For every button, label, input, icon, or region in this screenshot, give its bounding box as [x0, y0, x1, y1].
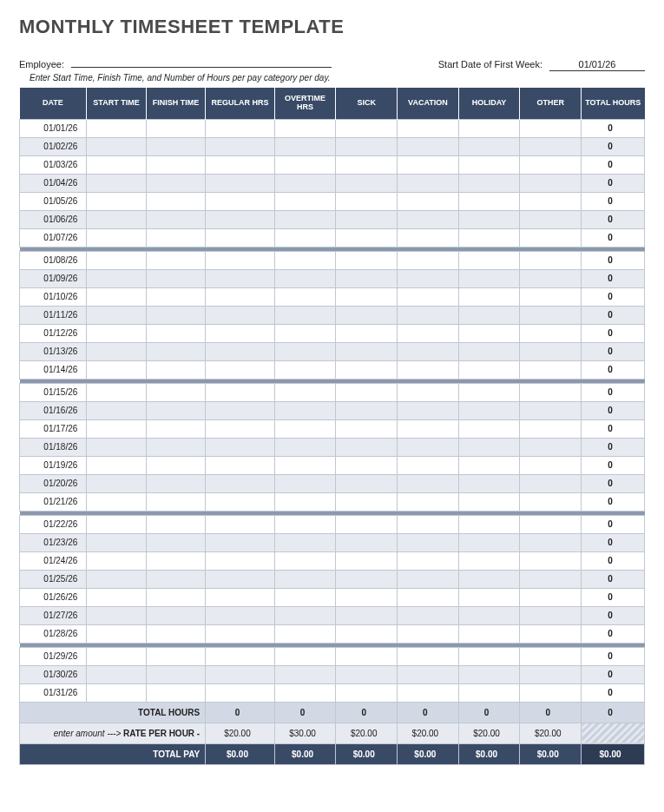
regular-hrs-cell[interactable]: [206, 533, 275, 551]
vacation-cell[interactable]: [398, 492, 459, 511]
other-cell[interactable]: [520, 419, 582, 438]
vacation-cell[interactable]: [398, 324, 459, 342]
vacation-cell[interactable]: [398, 360, 459, 379]
vacation-cell[interactable]: [398, 383, 459, 401]
start-time-cell[interactable]: [87, 324, 146, 342]
regular-hrs-cell[interactable]: [206, 588, 275, 606]
regular-hrs-cell[interactable]: [206, 419, 275, 438]
other-cell[interactable]: [520, 192, 582, 210]
holiday-cell[interactable]: [458, 551, 520, 570]
employee-input-line[interactable]: [71, 57, 332, 68]
finish-time-cell[interactable]: [146, 155, 205, 174]
vacation-cell[interactable]: [398, 515, 459, 533]
regular-hrs-cell[interactable]: [206, 438, 275, 456]
holiday-cell[interactable]: [458, 683, 520, 702]
overtime-hrs-cell[interactable]: [274, 588, 336, 606]
holiday-cell[interactable]: [458, 269, 520, 287]
overtime-hrs-cell[interactable]: [274, 474, 336, 492]
holiday-cell[interactable]: [458, 515, 520, 533]
overtime-hrs-cell[interactable]: [274, 533, 336, 551]
other-cell[interactable]: [520, 551, 582, 570]
finish-time-cell[interactable]: [146, 606, 205, 624]
vacation-cell[interactable]: [398, 419, 459, 438]
other-cell[interactable]: [520, 119, 582, 137]
start-time-cell[interactable]: [87, 155, 146, 174]
start-time-cell[interactable]: [87, 647, 146, 665]
sick-cell[interactable]: [336, 570, 398, 588]
start-time-cell[interactable]: [87, 474, 146, 492]
regular-hrs-cell[interactable]: [206, 474, 275, 492]
finish-time-cell[interactable]: [146, 438, 205, 456]
regular-hrs-cell[interactable]: [206, 228, 275, 247]
finish-time-cell[interactable]: [146, 665, 205, 683]
sick-cell[interactable]: [336, 324, 398, 342]
sick-cell[interactable]: [336, 342, 398, 360]
start-time-cell[interactable]: [87, 383, 146, 401]
holiday-cell[interactable]: [458, 492, 520, 511]
finish-time-cell[interactable]: [146, 419, 205, 438]
holiday-cell[interactable]: [458, 342, 520, 360]
overtime-hrs-cell[interactable]: [274, 606, 336, 624]
other-cell[interactable]: [520, 474, 582, 492]
vacation-cell[interactable]: [398, 606, 459, 624]
holiday-cell[interactable]: [458, 383, 520, 401]
holiday-cell[interactable]: [458, 155, 520, 174]
sick-cell[interactable]: [336, 665, 398, 683]
overtime-hrs-cell[interactable]: [274, 570, 336, 588]
overtime-hrs-cell[interactable]: [274, 251, 336, 269]
finish-time-cell[interactable]: [146, 474, 205, 492]
regular-hrs-cell[interactable]: [206, 492, 275, 511]
sick-cell[interactable]: [336, 251, 398, 269]
start-time-cell[interactable]: [87, 228, 146, 247]
vacation-cell[interactable]: [398, 137, 459, 155]
regular-hrs-cell[interactable]: [206, 155, 275, 174]
overtime-hrs-cell[interactable]: [274, 515, 336, 533]
holiday-cell[interactable]: [458, 474, 520, 492]
other-cell[interactable]: [520, 624, 582, 643]
start-time-cell[interactable]: [87, 492, 146, 511]
sick-cell[interactable]: [336, 683, 398, 702]
vacation-cell[interactable]: [398, 287, 459, 306]
start-time-cell[interactable]: [87, 588, 146, 606]
sick-cell[interactable]: [336, 306, 398, 324]
overtime-hrs-cell[interactable]: [274, 624, 336, 643]
start-time-cell[interactable]: [87, 533, 146, 551]
holiday-cell[interactable]: [458, 137, 520, 155]
regular-hrs-cell[interactable]: [206, 174, 275, 192]
start-time-cell[interactable]: [87, 269, 146, 287]
sick-cell[interactable]: [336, 269, 398, 287]
finish-time-cell[interactable]: [146, 119, 205, 137]
overtime-hrs-cell[interactable]: [274, 192, 336, 210]
overtime-hrs-cell[interactable]: [274, 137, 336, 155]
holiday-cell[interactable]: [458, 438, 520, 456]
other-cell[interactable]: [520, 401, 582, 419]
other-cell[interactable]: [520, 137, 582, 155]
other-cell[interactable]: [520, 287, 582, 306]
regular-hrs-cell[interactable]: [206, 515, 275, 533]
vacation-cell[interactable]: [398, 269, 459, 287]
start-time-cell[interactable]: [87, 515, 146, 533]
overtime-hrs-cell[interactable]: [274, 342, 336, 360]
rate-overtime[interactable]: $30.00: [274, 723, 336, 743]
other-cell[interactable]: [520, 155, 582, 174]
finish-time-cell[interactable]: [146, 515, 205, 533]
overtime-hrs-cell[interactable]: [274, 155, 336, 174]
start-time-cell[interactable]: [87, 551, 146, 570]
start-time-cell[interactable]: [87, 137, 146, 155]
sick-cell[interactable]: [336, 137, 398, 155]
finish-time-cell[interactable]: [146, 533, 205, 551]
finish-time-cell[interactable]: [146, 269, 205, 287]
overtime-hrs-cell[interactable]: [274, 665, 336, 683]
finish-time-cell[interactable]: [146, 551, 205, 570]
overtime-hrs-cell[interactable]: [274, 647, 336, 665]
other-cell[interactable]: [520, 251, 582, 269]
overtime-hrs-cell[interactable]: [274, 683, 336, 702]
start-time-cell[interactable]: [87, 192, 146, 210]
regular-hrs-cell[interactable]: [206, 269, 275, 287]
holiday-cell[interactable]: [458, 606, 520, 624]
regular-hrs-cell[interactable]: [206, 360, 275, 379]
vacation-cell[interactable]: [398, 155, 459, 174]
finish-time-cell[interactable]: [146, 456, 205, 474]
holiday-cell[interactable]: [458, 665, 520, 683]
finish-time-cell[interactable]: [146, 360, 205, 379]
